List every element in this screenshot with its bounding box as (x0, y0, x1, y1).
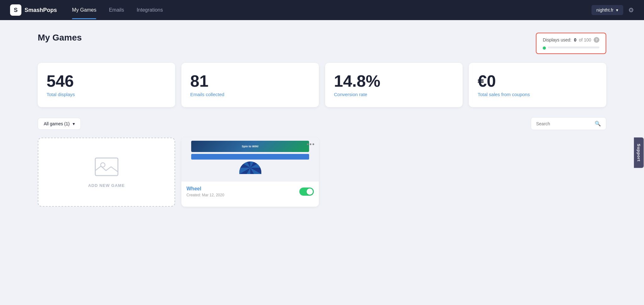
game-toggle[interactable] (299, 188, 314, 196)
game-preview-mockup: Spin to WIN! (181, 138, 319, 182)
add-game-placeholder-icon (94, 157, 119, 177)
preview-wheel (239, 161, 261, 174)
games-grid: ADD NEW GAME Spin to WIN! ••• Wheel Crea… (38, 138, 606, 207)
stat-value-emails-collected: 81 (190, 73, 310, 89)
game-card-body: Wheel Created: Mar 12, 2020 (181, 182, 319, 202)
nav-item-my-games[interactable]: My Games (72, 1, 96, 19)
stat-card-total-sales: €0 Total sales from coupons (469, 63, 606, 107)
filter-row: All games (1) ▾ 🔍 (38, 117, 606, 130)
progress-dot (543, 46, 546, 50)
filter-chevron-icon: ▾ (73, 121, 75, 126)
stat-card-total-displays: 546 Total displays (38, 63, 175, 107)
search-input[interactable] (536, 121, 591, 126)
stat-card-conversion-rate: 14.8% Conversion rate (325, 63, 463, 107)
displays-used-max: of 100 (579, 37, 591, 42)
preview-banner: Spin to WIN! (191, 141, 309, 152)
page-title: My Games (38, 33, 82, 43)
navbar-right: nightht.fr ▾ ⚙ (591, 5, 634, 15)
search-box: 🔍 (531, 117, 606, 130)
progress-bar (548, 46, 599, 48)
settings-icon[interactable]: ⚙ (628, 6, 634, 14)
stat-label-conversion-rate: Conversion rate (334, 92, 454, 97)
stat-label-emails-collected: Emails collected (190, 92, 310, 97)
game-date: Created: Mar 12, 2020 (186, 193, 224, 197)
stat-card-emails-collected: 81 Emails collected (181, 63, 319, 107)
stats-grid: 546 Total displays 81 Emails collected 1… (38, 63, 606, 107)
svg-rect-0 (95, 158, 118, 176)
navbar: S SmashPops My Games Emails Integrations… (0, 0, 644, 20)
game-name[interactable]: Wheel (186, 186, 224, 192)
displays-used-box: Displays used: 0 of 100 ? (536, 33, 606, 54)
support-tab[interactable]: Support (634, 137, 644, 168)
help-icon[interactable]: ? (594, 37, 599, 43)
stat-value-total-sales: €0 (478, 73, 597, 89)
nav-item-integrations[interactable]: Integrations (136, 1, 163, 19)
stat-value-total-displays: 546 (47, 73, 166, 89)
displays-used-label: Displays used: (543, 37, 571, 42)
nav-item-emails[interactable]: Emails (109, 1, 124, 19)
preview-form (191, 154, 309, 160)
main-content: My Games Displays used: 0 of 100 ? 546 (0, 20, 644, 219)
stat-label-total-displays: Total displays (47, 92, 166, 97)
add-game-label: ADD NEW GAME (88, 183, 125, 188)
logo[interactable]: S SmashPops (10, 4, 57, 16)
search-icon: 🔍 (595, 121, 601, 127)
logo-name: SmashPops (25, 7, 57, 14)
game-more-button[interactable]: ••• (307, 141, 315, 148)
stat-value-conversion-rate: 14.8% (334, 73, 454, 89)
displays-used-current: 0 (574, 37, 576, 42)
add-new-game-card[interactable]: ADD NEW GAME (38, 138, 175, 207)
filter-label: All games (1) (44, 121, 69, 126)
page-header: My Games Displays used: 0 of 100 ? (38, 33, 606, 54)
game-card-preview: Spin to WIN! ••• (181, 138, 319, 182)
game-card-info: Wheel Created: Mar 12, 2020 (186, 186, 224, 197)
logo-icon: S (10, 4, 21, 16)
navbar-nav: My Games Emails Integrations (72, 1, 591, 19)
toggle-knob (307, 188, 313, 195)
chevron-down-icon: ▾ (616, 8, 618, 13)
stat-label-total-sales: Total sales from coupons (478, 92, 597, 97)
displays-progress-row (543, 45, 599, 50)
displays-used-info: Displays used: 0 of 100 ? (543, 37, 599, 43)
filter-all-games-button[interactable]: All games (1) ▾ (38, 118, 81, 130)
wheel-game-card: Spin to WIN! ••• Wheel Created: Mar 12, … (181, 138, 319, 207)
account-button[interactable]: nightht.fr ▾ (591, 5, 623, 15)
